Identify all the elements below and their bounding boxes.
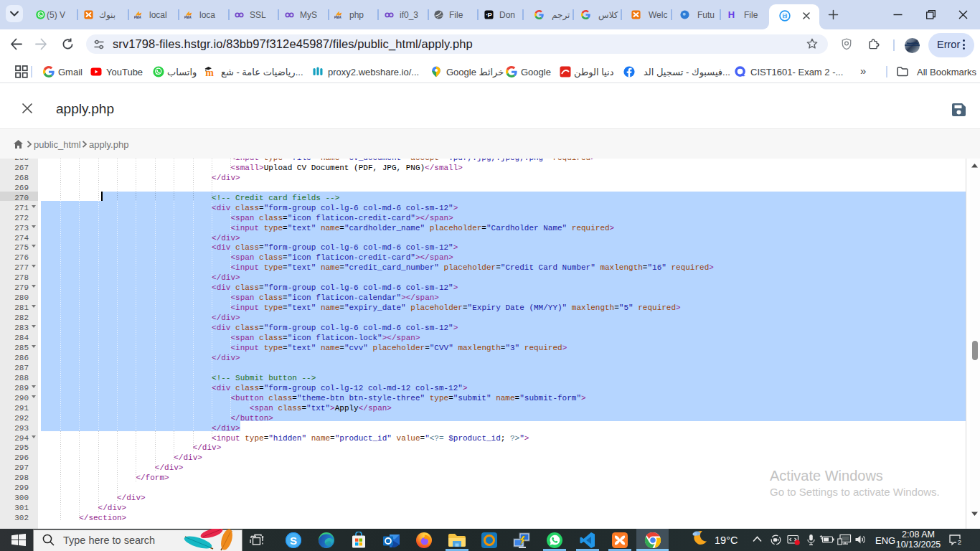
svg-text:H: H [728,10,735,19]
svg-text:PMA: PMA [184,16,192,19]
svg-text:PMA: PMA [134,16,141,19]
svg-text:S: S [290,534,297,547]
svg-text:PMA: PMA [334,16,341,19]
svg-text:2: 2 [958,538,961,546]
svg-text:P: P [488,11,493,19]
